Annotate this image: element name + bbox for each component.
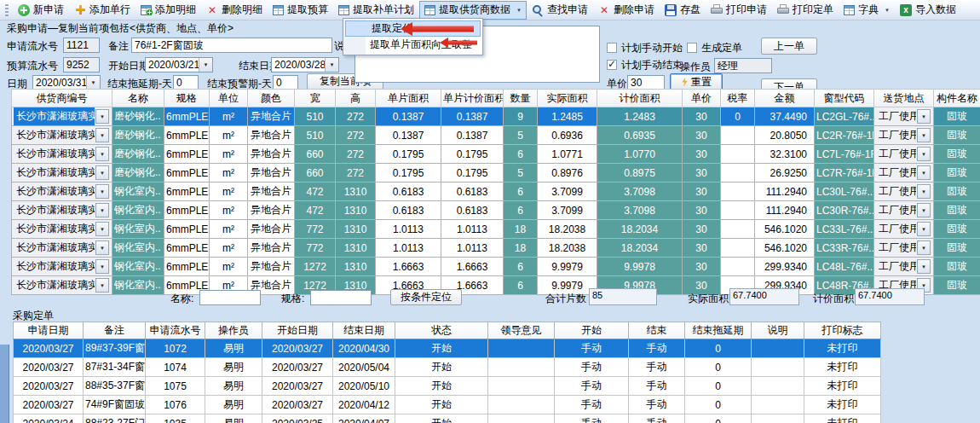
chevron-down-icon[interactable]: ▼ [917,240,931,255]
orders-cell[interactable]: 开始 [395,377,488,396]
previous-order-button[interactable]: 上一单 [761,38,817,55]
items-cell-combo[interactable]: 工厂使用▼ [874,107,934,126]
items-cell[interactable]: LC2GL-76#... [815,107,874,126]
items-cell[interactable]: LC2R-76#-1F [815,126,874,145]
items-cell[interactable]: 0.1387 [376,107,441,126]
orders-cell[interactable]: 开始 [395,414,488,423]
items-cell-combo[interactable]: 长沙市潇湘玻璃实...▼ [12,220,112,239]
items-cell[interactable]: 30 [683,145,721,164]
items-cell-combo[interactable]: 工厂使用▼ [874,220,934,239]
toolbar-button-add-detail[interactable]: 添加明细 [135,1,201,20]
items-cell-combo[interactable]: 工厂使用▼ [874,126,934,145]
items-cell[interactable]: 固玻 [934,145,980,164]
orders-cell[interactable]: 1075 [146,377,205,396]
chevron-down-icon[interactable]: ▼ [95,165,109,180]
items-cell[interactable]: 30 [683,201,721,220]
items-cell[interactable]: m² [210,220,248,239]
items-cell-combo[interactable]: 长沙市潇湘玻璃实...▼ [12,145,112,164]
items-cell[interactable] [721,258,755,276]
chevron-down-icon[interactable]: ▼ [917,128,931,142]
items-cell[interactable]: 1272 [295,258,336,276]
items-cell[interactable] [721,201,755,220]
items-cell[interactable]: 0.1795 [376,145,441,164]
items-cell[interactable]: 6 [504,258,538,276]
orders-cell[interactable]: 易明 [205,414,262,423]
items-cell[interactable]: 钢化室内.. [112,201,164,220]
items-cell[interactable]: 111.2940 [755,201,815,220]
operator-input[interactable] [714,58,772,73]
items-cell[interactable]: m² [210,258,248,276]
items-cell[interactable]: 3.7099 [538,201,597,220]
chevron-down-icon[interactable]: ▼ [95,147,109,161]
orders-cell[interactable] [488,396,555,414]
chevron-down-icon[interactable]: ▼ [917,184,931,199]
items-cell[interactable]: 固玻 [934,220,980,239]
items-cell[interactable]: 磨砂钢化.. [112,145,164,164]
items-cell[interactable]: 37.4490 [755,107,815,126]
items-cell[interactable]: 0.8975 [597,164,683,183]
items-cell[interactable]: 固玻 [934,107,980,126]
items-cell[interactable]: 9.9979 [538,258,597,276]
orders-cell[interactable] [752,414,804,423]
items-cell[interactable]: 0.6183 [441,183,504,201]
items-cell[interactable]: 钢化室内.. [112,220,164,239]
items-cell[interactable]: 异地合片 [248,164,295,183]
items-cell[interactable]: 6 [504,145,538,164]
orders-cell[interactable]: 88#35-37F窗固玻 [84,377,146,396]
items-cell[interactable]: 26.9250 [755,164,815,183]
items-cell[interactable]: 6mmPLE... [164,183,210,201]
items-cell[interactable]: 18 [504,239,538,258]
chevron-down-icon[interactable]: ▼ [885,8,890,13]
toolbar-button-add-row[interactable]: 添加单行 [69,1,135,20]
toolbar-button-delete-request[interactable]: 删除申请 [593,1,660,20]
orders-cell[interactable]: 2020/04/12 [333,396,395,414]
items-cell-combo[interactable]: 工厂使用▼ [874,145,934,164]
items-cell[interactable]: 1.0113 [376,220,441,239]
orders-cell[interactable]: 0 [685,396,752,414]
orders-cell[interactable]: 2020/03/25 [262,414,333,423]
orders-cell[interactable]: 89#37-39F窗固玻 [84,339,146,358]
orders-cell[interactable]: 2020/03/27 [14,358,84,377]
items-cell[interactable]: 1.0113 [441,220,504,239]
items-cell[interactable]: 0.8976 [538,164,597,183]
items-cell[interactable]: 异地合片 [248,107,295,126]
items-cell[interactable]: 5 [504,126,538,145]
items-cell[interactable]: 固玻 [934,276,980,295]
start-date-picker[interactable]: 2020/03/21 ▼ [145,57,213,72]
items-cell[interactable]: m² [210,126,248,145]
items-cell[interactable]: m² [210,201,248,220]
items-cell-combo[interactable]: 长沙市潇湘玻璃实...▼ [12,201,112,220]
orders-cell[interactable]: 1074 [146,358,205,377]
orders-cell[interactable]: 2020/03/27 [262,377,333,396]
items-cell[interactable]: 0.6935 [597,126,683,145]
items-cell[interactable]: 固玻 [934,201,980,220]
items-cell[interactable] [721,239,755,258]
items-cell[interactable]: 0.1795 [376,164,441,183]
orders-cell[interactable]: 未打印 [804,339,881,358]
items-cell-combo[interactable]: 工厂使用▼ [874,183,934,201]
items-cell-combo[interactable]: 工厂使用▼ [874,201,934,220]
items-cell[interactable]: 磨砂钢化.. [112,107,164,126]
items-cell[interactable] [721,126,755,145]
items-cell[interactable]: 6mmPLE... [164,201,210,220]
items-cell[interactable]: 6mmPLE... [164,126,210,145]
orders-cell[interactable] [488,358,555,377]
items-cell[interactable]: 6mmPLE... [164,220,210,239]
orders-cell[interactable]: 2020/03/24 [14,414,84,423]
orders-cell[interactable]: 开始 [395,339,488,358]
items-cell[interactable]: 6mmPLE... [164,107,210,126]
items-cell[interactable]: 1.6663 [441,258,504,276]
orders-cell[interactable]: 74#9F窗固玻 [84,396,146,414]
orders-cell[interactable]: 手动 [629,414,685,423]
orders-cell[interactable]: 88#23-27F门顶玻 [84,414,146,423]
orders-cell[interactable]: 0 [685,339,752,358]
items-cell[interactable]: 固玻 [934,126,980,145]
orders-cell[interactable]: 手动 [629,339,685,358]
items-cell[interactable]: 6mmPLE... [164,164,210,183]
orders-cell[interactable]: 手动 [629,396,685,414]
items-cell[interactable]: 1310 [336,239,376,258]
chevron-down-icon[interactable]: ▼ [95,240,109,255]
orders-cell[interactable] [488,377,555,396]
orders-cell[interactable]: 2020/03/27 [14,377,84,396]
items-cell[interactable]: 6mmPLE... [164,258,210,276]
